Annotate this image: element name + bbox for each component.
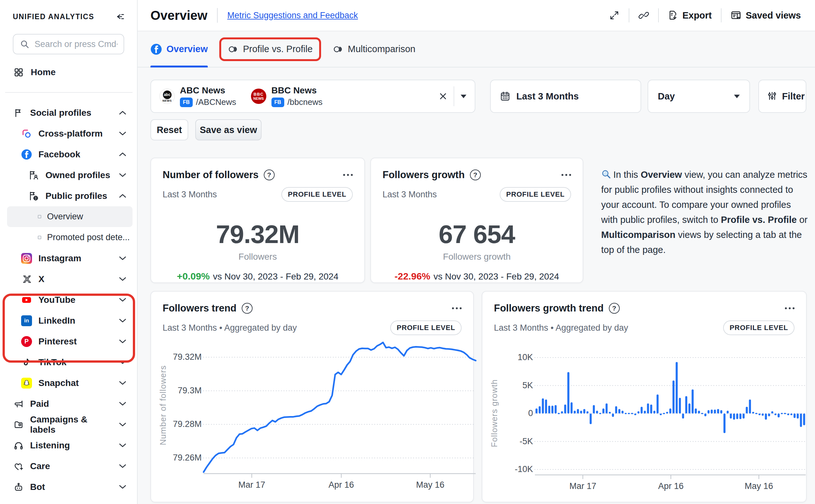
sidebar-item-facebook[interactable]: Facebook <box>0 144 137 165</box>
chevron-down-icon <box>119 319 126 323</box>
chevron-down-icon <box>119 298 126 302</box>
sidebar-item-bot[interactable]: Bot <box>0 476 137 497</box>
date-range-picker[interactable]: Last 3 Months <box>490 80 641 113</box>
snapchat-icon <box>21 378 32 389</box>
profile-handle: /bbcnews <box>288 97 323 107</box>
sidebar-item-paid[interactable]: Paid <box>0 393 137 414</box>
chevron-down-icon <box>119 485 126 489</box>
profile-level-badge: PROFILE LEVEL <box>281 187 353 202</box>
chevron-down-icon <box>119 464 126 468</box>
number-of-followers-card: Number of followers ? Last 3 Months PROF… <box>150 158 365 283</box>
page-title: Overview <box>150 8 208 23</box>
page-header: Overview Metric Suggestions and Feedback… <box>138 0 815 31</box>
magnifier-emoji-icon <box>601 169 612 179</box>
help-icon[interactable]: ? <box>470 169 481 180</box>
sidebar-item-label: Listening <box>30 440 70 451</box>
dropdown-caret-icon <box>734 95 740 98</box>
flag-globe-icon <box>28 191 39 201</box>
sidebar-item-tiktok[interactable]: TikTok <box>0 352 137 373</box>
divider <box>721 8 722 22</box>
sidebar-item-cross-platform[interactable]: Cross-platform <box>0 123 137 144</box>
y-tick-label: 79.26M <box>171 453 202 463</box>
sidebar-item-home[interactable]: Home <box>0 63 137 82</box>
followers-label: Followers <box>162 252 353 262</box>
sidebar-item-label: X <box>38 274 44 284</box>
divider <box>454 86 454 106</box>
granularity-dropdown[interactable]: Day <box>648 80 750 113</box>
divider <box>629 8 629 22</box>
sidebar-item-snapchat[interactable]: Snapchat <box>0 373 137 393</box>
sidebar-item-social-profiles[interactable]: Social profiles <box>0 102 137 123</box>
delta-positive: +0.09% <box>177 271 210 281</box>
sidebar-item-campaigns[interactable]: Campaigns & labels <box>0 414 137 435</box>
granularity-value: Day <box>658 91 675 102</box>
save-as-view-button[interactable]: Save as view <box>195 119 262 140</box>
sidebar-item-youtube[interactable]: YouTube <box>0 289 137 310</box>
export-button[interactable]: Export <box>668 10 712 21</box>
sidebar-item-x[interactable]: X <box>0 269 137 289</box>
brand-logo: UNIFIED ANALYTICS <box>13 12 94 21</box>
card-menu-icon[interactable] <box>343 174 353 176</box>
dropdown-caret-icon[interactable] <box>461 95 466 98</box>
export-label: Export <box>683 10 712 21</box>
sidebar-item-instagram[interactable]: Instagram <box>0 248 137 269</box>
x-tick-label: May 16 <box>737 481 781 491</box>
export-icon <box>668 10 679 21</box>
heart-plus-icon <box>13 461 24 471</box>
metric-cards-row: Number of followers ? Last 3 Months PROF… <box>150 158 815 283</box>
followers-growth-trend-card: Followers growth trend ? Last 3 Months •… <box>482 291 807 502</box>
sidebar-item-label: LinkedIn <box>38 316 75 326</box>
sidebar-item-label: Pinterest <box>38 336 77 347</box>
sidebar-item-label: Facebook <box>38 149 80 160</box>
reset-button[interactable]: Reset <box>150 119 188 140</box>
collapse-sidebar-icon[interactable] <box>115 12 125 22</box>
tab-profile-vs-profile[interactable]: Profile vs. Profile <box>228 31 313 67</box>
divider <box>217 8 218 23</box>
sidebar-item-label: Instagram <box>38 253 81 264</box>
tiktok-icon <box>21 357 32 368</box>
share-link-icon[interactable] <box>638 10 649 21</box>
card-title: Followers growth trend <box>494 303 604 314</box>
filter-button[interactable]: Filter <box>758 80 806 113</box>
sidebar-item-label: TikTok <box>38 357 67 367</box>
bbc-news-avatar: BBCNEWS <box>251 89 266 104</box>
search-field[interactable] <box>35 39 118 49</box>
clear-selection-icon[interactable] <box>439 92 447 100</box>
tab-multicomparison[interactable]: Multicomparison <box>333 31 415 67</box>
help-icon[interactable]: ? <box>242 303 253 314</box>
help-icon[interactable]: ? <box>264 169 275 180</box>
y-tick-label: 79.3M <box>171 386 202 396</box>
saved-views-button[interactable]: Saved views <box>731 10 801 21</box>
chevron-down-icon <box>119 381 126 385</box>
sidebar-item-care[interactable]: Care <box>0 456 137 476</box>
pinterest-icon: P <box>21 336 32 347</box>
search-input[interactable] <box>13 34 124 54</box>
card-period: Last 3 Months <box>383 190 437 200</box>
sidebar-item-public-profiles[interactable]: Public profiles <box>0 185 137 206</box>
profile-handle: /ABCNews <box>196 97 236 107</box>
card-menu-icon[interactable] <box>452 307 462 309</box>
sidebar-item-label: YouTube <box>38 295 75 305</box>
profile-selector[interactable]: abcNEWS ABC News FB /ABCNews BBCNEWS <box>150 80 475 113</box>
sidebar-item-listening[interactable]: Listening <box>0 435 137 456</box>
followers-trend-card: Followers trend ? Last 3 Months • Aggreg… <box>150 291 474 502</box>
saved-views-label: Saved views <box>746 10 801 21</box>
sidebar-item-overview[interactable]: Overview <box>7 206 132 227</box>
expand-icon[interactable] <box>609 10 620 21</box>
sidebar-item-linkedin[interactable]: in LinkedIn <box>0 310 137 331</box>
card-menu-icon[interactable] <box>785 307 795 309</box>
metric-suggestions-link[interactable]: Metric Suggestions and Feedback <box>227 11 358 20</box>
profile-level-badge: PROFILE LEVEL <box>390 320 462 335</box>
card-menu-icon[interactable] <box>561 174 571 176</box>
tab-overview[interactable]: Overview <box>150 31 208 67</box>
help-icon[interactable]: ? <box>609 303 620 314</box>
chevron-up-icon <box>119 111 126 115</box>
x-tick-label: Mar 17 <box>229 480 274 490</box>
flag-person-icon <box>28 170 39 181</box>
sidebar-item-promoted-post[interactable]: Promoted post dete... <box>0 227 137 248</box>
chevron-down-icon <box>119 402 126 406</box>
sidebar-item-owned-profiles[interactable]: Owned profiles <box>0 165 137 185</box>
growth-value: 67 654 <box>383 220 571 249</box>
sidebar-item-pinterest[interactable]: P Pinterest <box>0 331 137 352</box>
x-tick-label: Apr 16 <box>649 481 693 491</box>
